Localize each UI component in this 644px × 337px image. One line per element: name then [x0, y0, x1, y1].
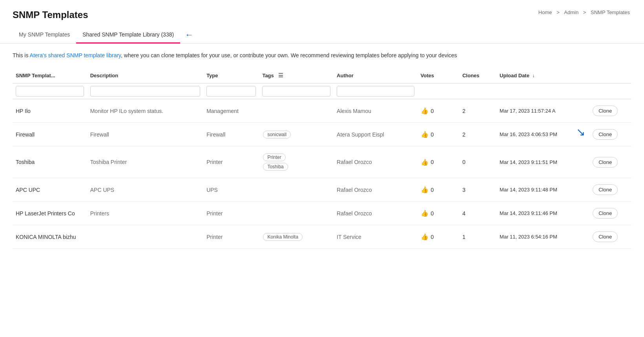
description-text: This is Atera's shared SNMP template lib… — [0, 44, 644, 67]
cell-action: Clone — [589, 178, 631, 202]
clone-button[interactable]: Clone — [593, 106, 618, 116]
vote-count: 0 — [431, 108, 434, 114]
vote-count: 0 — [431, 234, 434, 240]
table-header-row: SNMP Templat... Description Type Tags ☰ … — [13, 67, 631, 84]
breadcrumb-home[interactable]: Home — [538, 9, 552, 15]
table-body: HP IloMonitor HP ILo system status.Manag… — [13, 99, 631, 249]
breadcrumb-current: SNMP Templates — [591, 9, 630, 15]
cell-action: Clone — [589, 123, 631, 146]
table-container: SNMP Templat... Description Type Tags ☰ … — [0, 67, 644, 249]
upload-date-sort-icon[interactable]: ↓ — [533, 73, 535, 78]
thumbs-up-icon[interactable]: 👍 — [421, 158, 429, 166]
vote-count: 0 — [431, 159, 434, 165]
cell-type: Management — [203, 99, 259, 123]
cell-description — [87, 225, 203, 249]
cell-author: IT Service — [334, 225, 417, 249]
col-header-action — [589, 67, 631, 84]
clone-button[interactable]: Clone — [593, 129, 618, 140]
tag-badge: Toshiba — [263, 163, 288, 171]
cell-author: Atera Support Eispl — [334, 123, 417, 146]
cell-votes: 👍0 — [418, 225, 460, 249]
tag-badge: Konika Minolta — [263, 233, 303, 241]
col-header-name[interactable]: SNMP Templat... — [13, 67, 87, 84]
tag-badge: sonicwall — [263, 131, 291, 138]
cell-votes: 👍0 — [418, 178, 460, 202]
cell-name: Firewall — [13, 123, 87, 146]
cell-clones: 1 — [459, 225, 496, 249]
cell-votes: 👍0 — [418, 123, 460, 146]
cell-votes: 👍0 — [418, 99, 460, 123]
breadcrumb-admin[interactable]: Admin — [564, 9, 578, 15]
col-header-upload-date[interactable]: Upload Date ↓ — [496, 67, 589, 84]
cell-tags: PrinterToshiba — [259, 146, 334, 178]
thumbs-up-icon[interactable]: 👍 — [421, 107, 429, 115]
col-header-type[interactable]: Type — [203, 67, 259, 84]
col-header-description[interactable]: Description — [87, 67, 203, 84]
clone-button[interactable]: Clone — [593, 157, 618, 168]
cell-type: UPS — [203, 178, 259, 202]
cell-upload-date: Mar 17, 2023 11:57:24 A — [496, 99, 589, 123]
cell-description: Monitor HP ILo system status. — [87, 99, 203, 123]
thumbs-up-icon[interactable]: 👍 — [421, 209, 429, 217]
filter-tags[interactable] — [262, 86, 330, 97]
clone-button[interactable]: Clone — [593, 208, 618, 219]
cell-upload-date: Mar 14, 2023 9:11:48 PM — [496, 178, 589, 202]
cell-description: APC UPS — [87, 178, 203, 202]
cell-upload-date: Mar 14, 2023 9:11:51 PM — [496, 146, 589, 178]
tag-badge: Printer — [263, 153, 285, 161]
table-row: HP IloMonitor HP ILo system status.Manag… — [13, 99, 631, 123]
cell-action: Clone — [589, 225, 631, 249]
cell-type: Printer — [203, 225, 259, 249]
cell-tags — [259, 99, 334, 123]
col-header-author[interactable]: Author — [334, 67, 417, 84]
filter-description[interactable] — [90, 86, 200, 97]
col-header-tags[interactable]: Tags ☰ — [259, 67, 334, 84]
filter-author[interactable] — [337, 86, 414, 97]
arrow-annotation-tab: ← — [185, 30, 193, 40]
thumbs-up-icon[interactable]: 👍 — [421, 186, 429, 193]
tabs-row: My SNMP Templates Shared SNMP Template L… — [0, 27, 644, 44]
tab-my-snmp[interactable]: My SNMP Templates — [13, 27, 76, 44]
cell-tags — [259, 202, 334, 225]
table-row: ToshibaToshiba PrinterPrinterPrinterTosh… — [13, 146, 631, 178]
cell-upload-date: Mar 11, 2023 6:54:16 PM — [496, 225, 589, 249]
cell-action: Clone — [589, 202, 631, 225]
cell-name: APC UPC — [13, 178, 87, 202]
cell-type: Printer — [203, 202, 259, 225]
breadcrumb-sep-2: > — [583, 9, 587, 15]
cell-type: Firewall — [203, 123, 259, 146]
cell-type: Printer — [203, 146, 259, 178]
cell-action: Clone — [589, 146, 631, 178]
cell-clones: 2 — [459, 99, 496, 123]
library-link[interactable]: Atera's shared SNMP template library — [30, 52, 121, 58]
cell-author: Rafael Orozco — [334, 178, 417, 202]
table-row: APC UPCAPC UPSUPSRafael Orozco👍03Mar 14,… — [13, 178, 631, 202]
tab-shared-library[interactable]: Shared SNMP Template Library (338) — [76, 27, 180, 44]
cell-clones: 0 — [459, 146, 496, 178]
cell-votes: 👍0 — [418, 146, 460, 178]
cell-author: Rafael Orozco — [334, 202, 417, 225]
vote-count: 0 — [431, 210, 434, 217]
breadcrumb: Home > Admin > SNMP Templates — [537, 9, 631, 15]
thumbs-up-icon[interactable]: 👍 — [421, 233, 429, 240]
filter-name[interactable] — [16, 86, 84, 97]
clone-button[interactable]: Clone — [593, 184, 618, 195]
cell-author: Rafael Orozco — [334, 146, 417, 178]
cell-description: Toshiba Printer — [87, 146, 203, 178]
cell-name: HP Ilo — [13, 99, 87, 123]
cell-votes: 👍0 — [418, 202, 460, 225]
thumbs-up-icon[interactable]: 👍 — [421, 131, 429, 138]
tags-filter-icon[interactable]: ☰ — [278, 72, 283, 78]
col-header-votes[interactable]: Votes — [418, 67, 460, 84]
table-row: FirewallFirewallFirewallsonicwallAtera S… — [13, 123, 631, 146]
cell-tags: sonicwall — [259, 123, 334, 146]
col-header-clones[interactable]: Clones — [459, 67, 496, 84]
snmp-templates-table: SNMP Templat... Description Type Tags ☰ … — [13, 67, 631, 249]
cell-upload-date: Mar 14, 2023 9:11:46 PM — [496, 202, 589, 225]
cell-upload-date: Mar 16, 2023 4:06:53 PM — [496, 123, 589, 146]
filter-type[interactable] — [206, 86, 256, 97]
cell-clones: 3 — [459, 178, 496, 202]
clone-button[interactable]: Clone — [593, 231, 618, 242]
cell-clones: 4 — [459, 202, 496, 225]
breadcrumb-sep-1: > — [556, 9, 561, 15]
